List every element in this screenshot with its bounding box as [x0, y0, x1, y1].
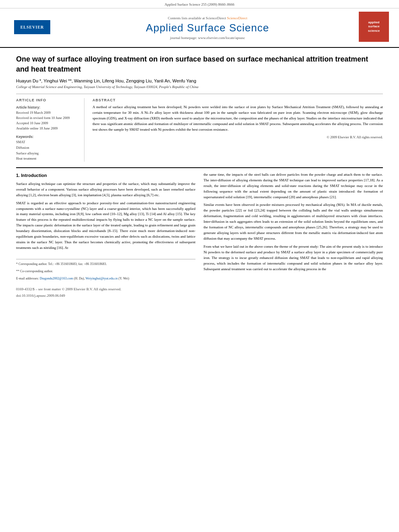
revised-date: Received in revised form 10 June 2009: [16, 115, 78, 121]
email1-link[interactable]: Dragondu2002@163.com: [40, 277, 73, 280]
col2-para2: Similar events have been observed in pow…: [204, 202, 383, 242]
paper-title: One way of surface alloying treatment on…: [16, 54, 383, 74]
elsevier-logo: ELSEVIER: [14, 20, 50, 34]
abstract-text: A method of surface alloying treatment h…: [93, 105, 383, 133]
footnote-star2: ** Co-corresponding author.: [16, 269, 195, 274]
logo-title-line2: surface: [368, 25, 379, 29]
keyword-diffusion: Diffusion: [16, 145, 78, 151]
abstract-column: ABSTRACT A method of surface alloying tr…: [93, 98, 383, 161]
col2-para1: the same time, the impacts of the steel …: [204, 172, 383, 200]
accepted-date: Accepted 10 June 2009: [16, 121, 78, 126]
available-date: Available online 18 June 2009: [16, 126, 78, 131]
journal-name-area: Contents lists available at ScienceDirec…: [56, 16, 359, 40]
email2-name: (Y. Wei): [119, 277, 130, 280]
authors-line: Huayun Du *, Yinghui Wei **, Wanming Lin…: [16, 78, 383, 83]
journal-title: Applied Surface Science: [56, 22, 359, 34]
intro-para1: Surface alloying technique can optimize …: [16, 181, 195, 198]
footnote-star1: * Corresponding author. Tel.: +86 351601…: [16, 262, 195, 267]
authors-text: Huayun Du *, Yinghui Wei **, Wanming Lin…: [16, 78, 196, 83]
content-area: One way of surface alloying treatment on…: [0, 48, 399, 306]
footnote-emails: E-mail addresses: Dragondu2002@163.com (…: [16, 276, 195, 281]
elsevier-branding: ELSEVIER: [8, 20, 56, 35]
body-col-right: the same time, the impacts of the steel …: [204, 172, 383, 300]
info-abstract-columns: ARTICLE INFO Article history: Received 1…: [16, 98, 383, 161]
abstract-heading: ABSTRACT: [93, 98, 383, 102]
email2-link[interactable]: Weiyinghui@tyut.edu.cn: [86, 277, 118, 280]
affiliation-line: College of Material Science and Engineer…: [16, 85, 383, 89]
body-col-left: 1. Introduction Surface alloying techniq…: [16, 172, 195, 300]
logo-title-line3: science: [368, 29, 380, 33]
keywords-label: Keywords:: [16, 135, 78, 139]
journal-header: ELSEVIER Contents lists available at Sci…: [0, 8, 399, 48]
email1-name: (H. Du),: [74, 277, 85, 280]
intro-para2: SMAT is regarded as an effective approac…: [16, 201, 195, 251]
doi-line: doi:10.1016/j.apsusc.2009.06.049: [16, 293, 195, 299]
keyword-smat: SMAT: [16, 140, 78, 145]
copyright-line: © 2009 Elsevier B.V. All rights reserved…: [93, 135, 383, 139]
body-divider: [16, 167, 383, 168]
journal-homepage: journal homepage: www.elsevier.com/locat…: [56, 36, 359, 40]
sciencedirect-link: Contents lists available at ScienceDirec…: [56, 16, 359, 20]
journal-logo-box: applied surface science: [359, 12, 389, 42]
top-bar: Applied Surface Science 255 (2009) 8660–…: [0, 0, 399, 8]
bottom-bar: 0169-4332/$ – see front matter © 2009 El…: [16, 287, 195, 299]
body-columns: 1. Introduction Surface alloying techniq…: [16, 172, 383, 300]
issn-line: 0169-4332/$ – see front matter © 2009 El…: [16, 287, 195, 292]
email-label: E-mail addresses:: [16, 277, 39, 280]
history-label: Article history:: [16, 105, 78, 109]
journal-citation: Applied Surface Science 255 (2009) 8660–…: [165, 2, 234, 6]
intro-heading: 1. Introduction: [16, 172, 195, 179]
keyword-surface-alloying: Surface alloying: [16, 151, 78, 156]
col2-para3: From what we have laid out in the above …: [204, 244, 383, 272]
article-info-column: ARTICLE INFO Article history: Received 1…: [16, 98, 84, 161]
article-info-heading: ARTICLE INFO: [16, 98, 78, 102]
header-divider: [16, 94, 383, 94]
logo-title-line1: applied: [368, 21, 379, 25]
received-date: Received 19 March 2009: [16, 110, 78, 115]
keyword-heat-treatment: Heat treatment: [16, 156, 78, 162]
footnote-area: * Corresponding author. Tel.: +86 351601…: [16, 259, 195, 281]
sciencedirect-anchor[interactable]: ScienceDirect: [227, 16, 247, 20]
journal-logo-area: applied surface science: [359, 12, 391, 44]
